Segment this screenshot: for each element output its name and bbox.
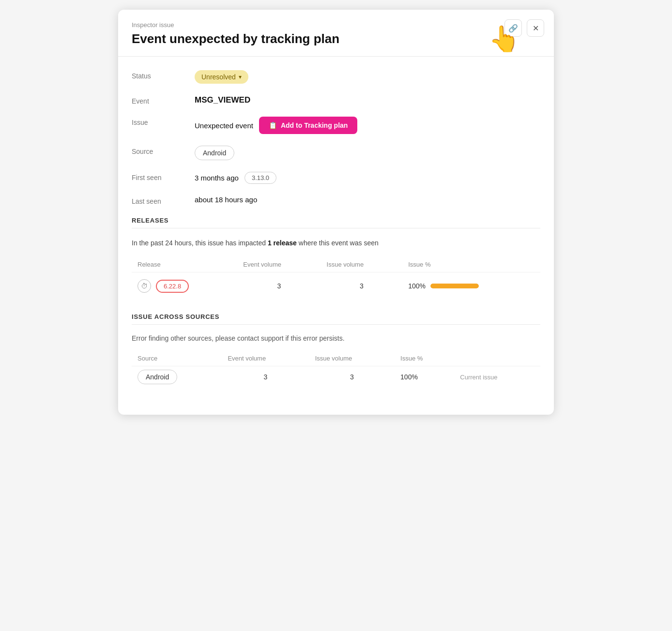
add-to-tracking-button[interactable]: 📋 Add to Tracking plan [259,117,357,134]
last-seen-label: Last seen [132,195,185,205]
current-issue-label: Current issue [460,374,497,381]
releases-desc-bold: 1 release [268,239,297,247]
issue-value: Unexpected event 📋 Add to Tracking plan [195,117,357,134]
sources-col-source: Source [132,351,222,366]
event-volume-cell: 3 [237,272,321,300]
event-name: MSG_VIEWED [195,95,250,105]
first-seen-row: First seen 3 months ago 3.13.0 [132,172,540,184]
event-value: MSG_VIEWED [195,95,250,105]
sources-table: Source Event volume Issue volume Issue %… [132,351,540,388]
status-value: Unresolved ▾ [195,70,248,84]
issue-across-sources-section: ISSUE ACROSS SOURCES Error finding other… [132,313,540,388]
table-row: Android 3 3 100% Current issue [132,366,540,388]
releases-divider [132,228,540,228]
release-cell: ⏱ 6.22.8 [132,272,237,300]
tracking-plan-icon: 📋 [269,121,277,129]
releases-col-event-volume: Event volume [237,257,321,272]
issue-volume-cell: 3 [309,366,395,388]
status-label: Status [132,70,185,80]
status-badge[interactable]: Unresolved ▾ [195,70,248,84]
progress-bar [430,284,479,288]
close-icon: ✕ [533,24,539,33]
first-seen-value: 3 months ago 3.13.0 [195,172,276,184]
first-seen-version-badge: 3.13.0 [244,172,276,184]
last-seen-value: about 18 hours ago [195,195,257,204]
releases-desc-suffix: where this event was seen [297,239,379,247]
releases-table: Release Event volume Issue volume Issue … [132,257,540,300]
link-button[interactable]: 🔗 [504,19,522,37]
issue-label: Issue [132,117,185,126]
source-row: Source Android [132,146,540,160]
sources-col-issue-volume: Issue volume [309,351,395,366]
sources-col-tag [454,351,540,366]
issue-across-sources-divider [132,324,540,325]
releases-section: RELEASES In the past 24 hours, this issu… [132,217,540,300]
releases-description: In the past 24 hours, this issue has imp… [132,238,540,248]
panel-title: Event unexpected by tracking plan [132,31,540,46]
source-cell: Android [132,366,222,388]
inspector-panel: Inspector issue Event unexpected by trac… [118,10,554,415]
inspector-issue-label: Inspector issue [132,21,540,29]
releases-col-issue-percent: Issue % [402,257,540,272]
panel-body: Status Unresolved ▾ Event MSG_VIEWED Iss… [118,57,554,415]
source-label: Source [132,146,185,155]
issue-percent-cell: 100% [395,366,454,388]
issue-text: Unexpected event [195,121,253,130]
add-tracking-label: Add to Tracking plan [281,121,348,129]
releases-desc-prefix: In the past 24 hours, this issue has imp… [132,239,268,247]
issue-volume-cell: 3 [321,272,403,300]
clock-icon: ⏱ [137,279,151,293]
sources-table-header-row: Source Event volume Issue volume Issue % [132,351,540,366]
status-text: Unresolved [201,73,236,81]
releases-col-release: Release [132,257,237,272]
table-row: ⏱ 6.22.8 3 3 100% [132,272,540,300]
release-badge: 6.22.8 [156,280,189,293]
releases-table-header-row: Release Event volume Issue volume Issue … [132,257,540,272]
source-badge: Android [195,146,234,160]
panel-header: Inspector issue Event unexpected by trac… [118,10,554,57]
event-row: Event MSG_VIEWED [132,95,540,105]
status-row: Status Unresolved ▾ [132,70,540,84]
header-actions: 🔗 ✕ [504,19,544,37]
last-seen-row: Last seen about 18 hours ago [132,195,540,205]
current-issue-cell: Current issue [454,366,540,388]
first-seen-label: First seen [132,172,185,181]
close-button[interactable]: ✕ [527,19,544,37]
issue-percent-text: 100% [408,282,426,290]
issue-across-sources-title: ISSUE ACROSS SOURCES [132,313,540,320]
source-value: Android [195,146,234,160]
sources-col-event-volume: Event volume [222,351,309,366]
chevron-down-icon: ▾ [239,74,242,80]
releases-col-issue-volume: Issue volume [321,257,403,272]
event-volume-cell: 3 [222,366,309,388]
issue-percent-cell: 100% [402,272,540,300]
first-seen-time: 3 months ago [195,174,239,182]
error-notice: Error finding other sources, please cont… [132,334,540,342]
sources-col-issue-percent: Issue % [395,351,454,366]
releases-section-title: RELEASES [132,217,540,224]
last-seen-time: about 18 hours ago [195,195,257,204]
link-icon: 🔗 [508,24,518,33]
issue-row: Issue Unexpected event 📋 Add to Tracking… [132,117,540,134]
source-badge: Android [137,370,177,384]
event-label: Event [132,95,185,105]
